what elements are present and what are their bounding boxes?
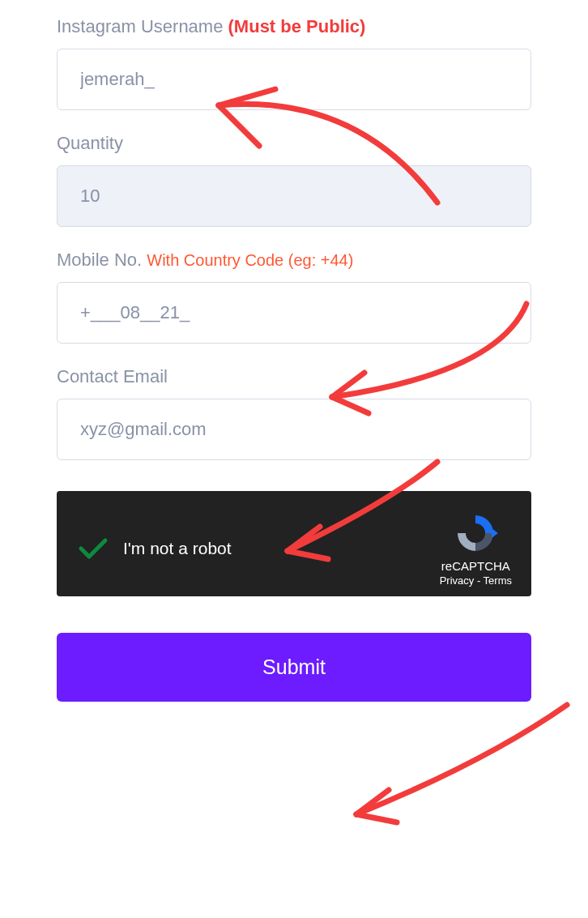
recaptcha-left-section: I'm not a robot [76,532,232,565]
recaptcha-widget[interactable]: I'm not a robot reCAPTCHA Privacy - Term… [57,491,531,596]
quantity-field-group: Quantity [57,133,531,227]
recaptcha-logo-icon [453,510,498,556]
mobile-field-group: Mobile No. With Country Code (eg: +44) [57,250,531,344]
submit-button[interactable]: Submit [57,633,531,702]
username-label-text: Instagram Username [57,16,223,36]
username-field-group: Instagram Username (Must be Public) [57,16,531,110]
recaptcha-links-separator: - [474,574,483,587]
quantity-label: Quantity [57,133,531,154]
mobile-label-accent: With Country Code (eg: +44) [147,251,353,269]
recaptcha-privacy-link[interactable]: Privacy [440,574,475,587]
email-label: Contact Email [57,366,531,387]
recaptcha-text: I'm not a robot [123,539,232,558]
recaptcha-terms-link[interactable]: Terms [484,574,512,587]
checkmark-icon [76,532,109,565]
username-label-accent: (Must be Public) [228,16,366,36]
recaptcha-links: Privacy - Terms [440,574,512,587]
svg-marker-0 [492,528,498,538]
recaptcha-brand-text: reCAPTCHA [441,559,510,573]
username-label: Instagram Username (Must be Public) [57,16,531,37]
username-input[interactable] [57,49,531,110]
mobile-input[interactable] [57,282,531,344]
mobile-label-text: Mobile No. [57,250,142,270]
recaptcha-right-section: reCAPTCHA Privacy - Terms [440,510,512,587]
email-input[interactable] [57,399,531,460]
email-field-group: Contact Email [57,366,531,460]
quantity-input[interactable] [57,165,531,227]
mobile-label: Mobile No. With Country Code (eg: +44) [57,250,531,271]
